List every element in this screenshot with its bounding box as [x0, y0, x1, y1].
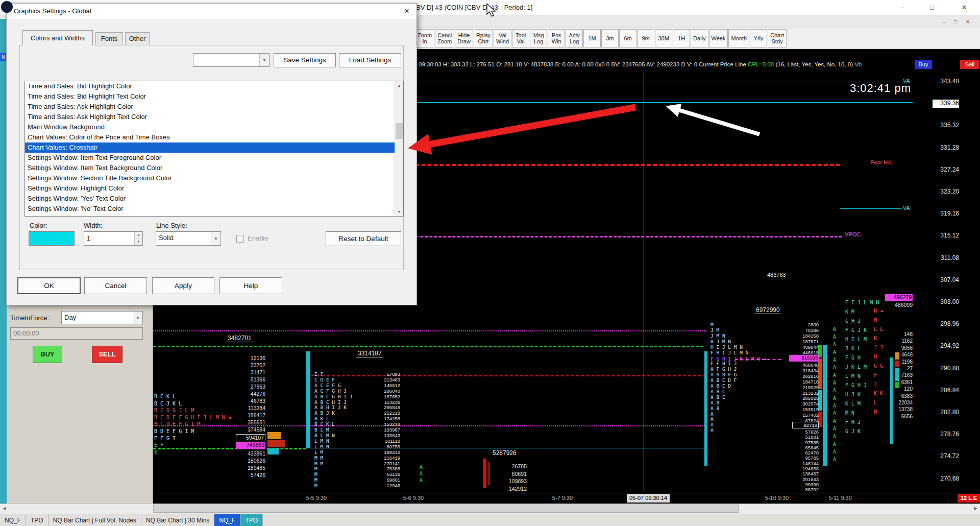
- spin-up-icon[interactable]: ▲: [135, 232, 142, 238]
- toolbar-button-chart-study[interactable]: ChartStdy: [768, 29, 787, 47]
- ladder-price[interactable]: 311.08: [933, 254, 959, 262]
- chevron-down-icon[interactable]: ▼: [259, 54, 269, 66]
- reset-to-default-button[interactable]: Reset to Default: [326, 231, 401, 246]
- toolbar-button-actv-log[interactable]: ActvLog: [566, 29, 583, 47]
- tab-tpo-1[interactable]: TPO: [26, 514, 48, 526]
- ladder-price[interactable]: 315.12: [933, 232, 959, 240]
- scroll-down-icon[interactable]: ▼: [395, 207, 403, 216]
- graphics-settings-list[interactable]: Time and Sales: Bid Highlight Color Time…: [24, 81, 404, 217]
- save-settings-button[interactable]: Save Settings: [274, 53, 336, 67]
- ladder-price[interactable]: 270.68: [933, 475, 959, 483]
- toolbar-button-period-30m[interactable]: 30M: [655, 29, 672, 47]
- list-item-chart-values-crosshair-selected[interactable]: Chart Values: Crosshair: [25, 142, 395, 153]
- ladder-price[interactable]: 331.28: [933, 144, 959, 152]
- toolbar-button-period-9m[interactable]: 9m: [637, 29, 654, 47]
- toolbar-button-period-1m[interactable]: 1M: [583, 29, 601, 47]
- toolbar-button-hide-draw[interactable]: HideDraw: [455, 29, 473, 47]
- list-item[interactable]: Time and Sales: Bid Highlight Color: [25, 81, 395, 91]
- scroll-up-icon[interactable]: ▲: [395, 81, 403, 90]
- toolbar-button-cancel-zoom[interactable]: CanclZoom: [435, 29, 454, 47]
- window-title: [CBV-D] #3 (COIN [CBV-D] #3 - Period: 1]: [409, 4, 532, 11]
- list-item[interactable]: Settings Window: Section Title Backgroun…: [25, 173, 395, 183]
- scrollbar-thumb[interactable]: [153, 505, 739, 513]
- chevron-down-icon[interactable]: ▼: [211, 232, 220, 245]
- sell-button[interactable]: SELL: [92, 346, 122, 363]
- tab-nq-bar-chart-30-mins[interactable]: NQ Bar Chart | 30 Mins: [141, 514, 215, 526]
- toolbar-button-period-daily[interactable]: Daily: [691, 29, 708, 47]
- child-maximize-button[interactable]: □: [950, 17, 961, 27]
- tab-fonts[interactable]: Fonts: [95, 32, 123, 45]
- load-settings-button[interactable]: Load Settings: [339, 53, 401, 67]
- minimize-button[interactable]: –: [889, 0, 916, 15]
- ladder-price[interactable]: 335.32: [933, 122, 959, 130]
- scroll-right-icon[interactable]: ▶: [971, 504, 980, 514]
- list-item[interactable]: Time and Sales: Ask Highlight Color: [25, 102, 395, 112]
- toolbar-button-tool-val[interactable]: ToolVal: [512, 29, 529, 47]
- list-item[interactable]: Time and Sales: Ask Highlight Text Color: [25, 112, 395, 122]
- toolbar-button-period-6m[interactable]: 6m: [619, 29, 636, 47]
- list-item[interactable]: Settings Window: Highlight Color: [25, 183, 395, 194]
- ladder-price[interactable]: 290.88: [933, 365, 959, 373]
- ladder-price[interactable]: 282.80: [933, 409, 959, 417]
- ladder-price[interactable]: 327.24: [933, 166, 959, 174]
- toolbar-button-period-3m[interactable]: 3m: [601, 29, 619, 47]
- toolbar-button-zoom-in[interactable]: ZoomIn: [415, 29, 434, 47]
- list-item[interactable]: Time and Sales: Bid Highlight Text Color: [25, 91, 395, 102]
- child-close-button[interactable]: ✕: [963, 17, 973, 27]
- list-scrollbar[interactable]: ▲ ▼: [395, 81, 403, 216]
- ladder-price[interactable]: 294.92: [933, 342, 959, 350]
- tab-nq-bar-chart-full-vol-nodes[interactable]: NQ Bar Chart | Full Vol. Nodes: [48, 514, 141, 526]
- time-in-force-select[interactable]: Day ▼: [61, 311, 143, 324]
- settings-preset-select[interactable]: ▼: [193, 53, 270, 67]
- ladder-price[interactable]: 286.84: [933, 387, 959, 395]
- ladder-price-current[interactable]: 339.36: [933, 100, 959, 108]
- list-item[interactable]: Main Window Background: [25, 122, 395, 132]
- toolbar-button-period-1h[interactable]: 1H: [673, 29, 690, 47]
- toolbar-button-val-wind[interactable]: ValWind: [494, 29, 511, 47]
- width-input[interactable]: 1 ▲ ▼: [84, 231, 143, 246]
- tab-tpo-2[interactable]: TPO: [240, 514, 263, 526]
- width-spinner[interactable]: ▲ ▼: [134, 232, 142, 245]
- apply-button[interactable]: Apply: [152, 277, 214, 294]
- enable-checkbox[interactable]: [236, 235, 244, 243]
- list-item[interactable]: Settings Window: 'Yes' Text Color: [25, 194, 395, 204]
- order-time-field[interactable]: 00:00:00: [10, 327, 143, 340]
- tab-nqf-1[interactable]: NQ_F: [0, 514, 26, 526]
- tab-colors-and-widths[interactable]: Colors and Widths: [22, 30, 93, 45]
- ladder-price[interactable]: 298.96: [933, 320, 959, 328]
- toolbar-button-replay-chart[interactable]: RplayChrt: [474, 29, 493, 47]
- ladder-price[interactable]: 303.00: [933, 298, 959, 306]
- chevron-down-icon[interactable]: ▼: [133, 312, 142, 324]
- list-item[interactable]: Settings Window: Item Text Foreground Co…: [25, 153, 395, 163]
- list-item[interactable]: Chart Values: Color of the Price and Tim…: [25, 132, 395, 142]
- buy-button[interactable]: BUY: [33, 346, 62, 363]
- child-minimize-button[interactable]: –: [939, 17, 949, 27]
- toolbar-button-period-week[interactable]: Week: [709, 29, 728, 47]
- dialog-close-icon[interactable]: ✕: [397, 4, 416, 19]
- toolbar-button-msg-log[interactable]: MsgLog: [530, 29, 547, 47]
- close-button[interactable]: ✕: [948, 0, 980, 15]
- maximize-button[interactable]: □: [919, 0, 945, 15]
- toolbar-button-pos-win[interactable]: PosWin: [548, 29, 565, 47]
- line-style-select[interactable]: Solid ▼: [156, 231, 221, 246]
- dialog-titlebar[interactable]: Graphics Settings - Global: [7, 4, 416, 19]
- tab-nqf-2-active[interactable]: NQ_F: [214, 514, 240, 526]
- color-swatch[interactable]: [29, 231, 75, 246]
- list-scrollbar-thumb[interactable]: [396, 123, 403, 139]
- tab-other[interactable]: Other: [125, 32, 150, 45]
- ladder-price[interactable]: 278.76: [933, 431, 959, 439]
- ladder-price[interactable]: 319.16: [933, 210, 959, 218]
- ladder-price[interactable]: 307.04: [933, 276, 959, 284]
- cancel-button[interactable]: Cancel: [84, 277, 147, 294]
- list-item[interactable]: Settings Window: Item Text Background Co…: [25, 163, 395, 173]
- ladder-price[interactable]: 343.40: [933, 78, 959, 86]
- ladder-price[interactable]: 274.72: [933, 452, 959, 461]
- toolbar-button-period-month[interactable]: Month: [728, 29, 749, 47]
- ladder-price[interactable]: 323.20: [933, 188, 959, 196]
- scroll-left-icon[interactable]: ◀: [0, 504, 9, 514]
- list-item[interactable]: Settings Window: 'No' Text Color: [25, 204, 395, 214]
- spin-down-icon[interactable]: ▼: [135, 238, 142, 245]
- help-button[interactable]: Help: [219, 277, 282, 294]
- ok-button[interactable]: OK: [17, 277, 81, 294]
- toolbar-button-period-yrly[interactable]: Yrly: [750, 29, 767, 47]
